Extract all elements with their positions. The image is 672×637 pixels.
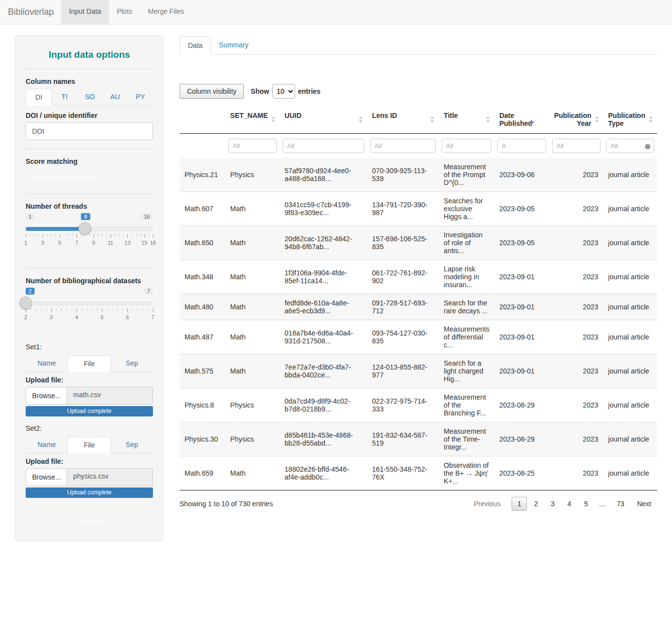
set2-browse-button[interactable]: Browse... (26, 468, 67, 486)
cell-date: 2023-09-01 (494, 294, 549, 320)
score-matching-label: Score matching (26, 157, 153, 165)
sort-both-icon[interactable] (271, 116, 275, 123)
set1-browse-button[interactable]: Browse... (26, 387, 67, 405)
clear-filter-icon[interactable]: ⊗ (644, 142, 651, 150)
column-filter-input-1[interactable] (228, 139, 277, 153)
column-filter-input-5[interactable] (497, 139, 546, 153)
page-button-4[interactable]: 4 (561, 497, 577, 511)
slider-tick (47, 234, 47, 236)
slider-tick (31, 308, 31, 310)
cell-name: Physics.30 (180, 422, 225, 456)
next-button[interactable]: Next (631, 497, 657, 511)
set2-tab-name[interactable]: Name (26, 437, 68, 453)
navbar: Biblioverlap Input Data Plots Merge File… (0, 0, 672, 25)
slider-track[interactable] (26, 301, 153, 305)
sort-both-icon[interactable] (486, 116, 490, 123)
cell-date: 2023-09-01 (494, 354, 549, 388)
tab-data[interactable]: Data (180, 36, 211, 55)
tab-au[interactable]: AU (103, 89, 128, 106)
cell-uuid: 018a7b4e-6d6a-40a4-931d-217508... (280, 320, 367, 354)
set2-tab-sep[interactable]: Sep (111, 437, 153, 453)
column-header-lens-id[interactable]: Lens ID (367, 106, 439, 134)
sort-both-icon[interactable] (649, 116, 653, 123)
slider-tick (117, 308, 118, 310)
cell-lens: 161-550-348-752-76X (367, 456, 439, 490)
cell-name: Math.607 (180, 192, 225, 226)
column-visibility-button[interactable]: Column visibility (180, 84, 244, 99)
slider-tick (46, 308, 46, 310)
slider-tick (41, 308, 41, 310)
slider-tick (136, 234, 137, 236)
tab-so[interactable]: SO (77, 89, 102, 106)
slider-tick (56, 308, 57, 310)
tab-summary[interactable]: Summary (211, 36, 257, 55)
datasets-slider[interactable]: 272234567 (26, 298, 153, 334)
change-parameters-button[interactable]: Change parameters (26, 170, 100, 185)
set1-label: Set1: (26, 343, 153, 351)
sort-both-icon[interactable] (595, 116, 599, 123)
column-filter-input-2[interactable] (283, 139, 364, 153)
column-header-uuid[interactable]: UUID (280, 106, 367, 134)
set1-tabs: Name File Sep (26, 355, 153, 372)
column-filter-input-4[interactable] (442, 139, 491, 153)
threads-slider[interactable]: 11681357911131516 (26, 223, 153, 260)
slider-tick (123, 234, 124, 236)
panel-title: Input data options (26, 49, 153, 60)
slider-tick (140, 234, 141, 236)
set2-tab-file[interactable]: File (68, 437, 111, 453)
slider-tick-label: 11 (108, 240, 113, 246)
column-filter-input-3[interactable] (370, 139, 436, 153)
column-header-publication-type[interactable]: Publication Type (603, 106, 657, 134)
column-header-set-name[interactable]: SET_NAME (225, 106, 280, 134)
cell-title: Search for the rare decays ... (439, 294, 494, 320)
cell-lens: 061-722-761-892-902 (367, 260, 439, 294)
navtab-plots[interactable]: Plots (109, 0, 140, 24)
slider-tick (153, 308, 153, 312)
app-brand: Biblioverlap (0, 0, 61, 24)
download-data-button[interactable]: Download Data (180, 62, 251, 77)
column-header-date-published[interactable]: Date Published (494, 106, 549, 134)
table-row: Math.348Math1f3f106a-9904-4fde-85ef-11ca… (180, 260, 657, 294)
slider-tick (85, 234, 85, 236)
table-info: Showing 1 to 10 of 730 entries (180, 500, 273, 508)
cell-type: journal article (603, 260, 657, 294)
set2-upload-progressbar: Upload complete (26, 487, 153, 498)
slider-tick (55, 234, 56, 236)
slider-tick (119, 234, 119, 236)
tab-di[interactable]: DI (26, 89, 52, 106)
set1-tab-sep[interactable]: Sep (111, 355, 153, 372)
slider-tick (148, 308, 149, 310)
page-button-5[interactable]: 5 (578, 497, 594, 511)
cell-lens: 022-372-975-714-333 (367, 388, 439, 422)
cell-uuid: 20d62cac-1262-4842-94b8-6f67ab... (280, 226, 367, 260)
set1-tab-name[interactable]: Name (26, 355, 68, 372)
table-row: Physics.8Physics0da7cd49-d8f9-4c02-b7d8-… (180, 388, 657, 422)
sort-both-icon[interactable] (359, 116, 363, 123)
slider-tick-label: 7 (151, 314, 154, 320)
submit-button[interactable]: Submit (26, 513, 153, 529)
slider-value-badge: 2 (26, 288, 35, 295)
set1-tab-file[interactable]: File (68, 355, 111, 372)
slider-handle[interactable] (78, 222, 91, 235)
column-filter-input-6[interactable] (552, 139, 600, 153)
tab-ti[interactable]: TI (52, 89, 77, 106)
cell-uuid: fedfd8de-610a-4a8e-a6e5-ecb3d9... (280, 294, 367, 320)
page-button-1[interactable]: 1 (512, 497, 527, 511)
slider-handle[interactable] (19, 297, 32, 309)
column-header-title[interactable]: Title (439, 106, 494, 134)
cell-set: Math (225, 226, 280, 260)
page-button-73[interactable]: 73 (611, 497, 631, 511)
page-button-3[interactable]: 3 (545, 497, 560, 511)
doi-input[interactable] (26, 122, 153, 140)
cell-year: 2023 (549, 226, 603, 260)
tab-py[interactable]: PY (128, 89, 153, 106)
page-size-select[interactable]: 10 (272, 84, 295, 99)
pagination: Previous12345…73Next (467, 497, 657, 511)
navtab-merge-files[interactable]: Merge Files (140, 0, 192, 24)
page-button-2[interactable]: 2 (528, 497, 544, 511)
cell-date: 2023-09-06 (494, 158, 549, 192)
column-header-publication-year[interactable]: Publication Year (549, 106, 603, 134)
sort-both-icon[interactable] (430, 116, 434, 123)
navtab-input-data[interactable]: Input Data (61, 0, 109, 24)
sort-desc-icon[interactable] (528, 121, 534, 125)
